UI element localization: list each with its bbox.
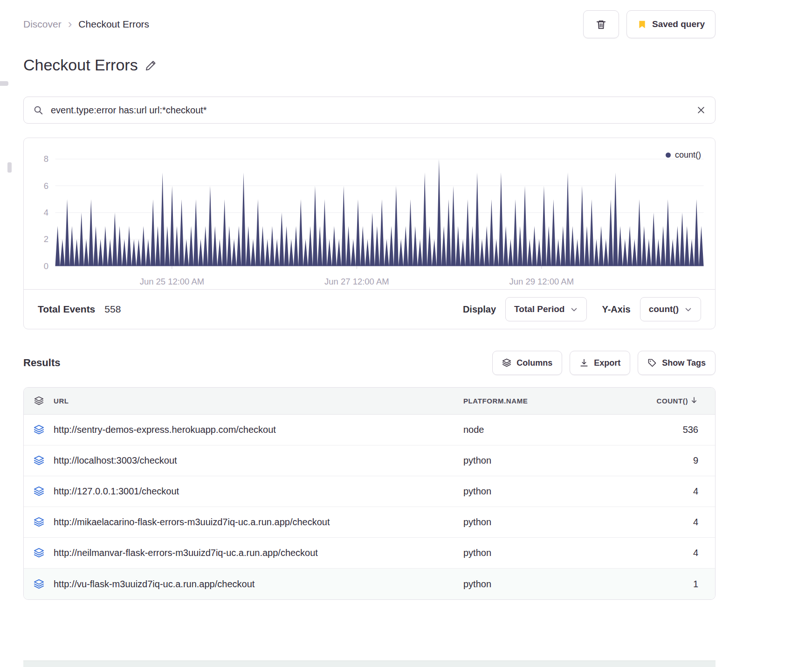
title-row: Checkout Errors (23, 56, 716, 74)
stack-icon[interactable] (24, 486, 54, 497)
stack-icon[interactable] (24, 579, 54, 590)
layers-icon[interactable] (24, 396, 54, 406)
url-cell[interactable]: http://mikaelacarino-flask-errors-m3uuiz… (54, 517, 463, 528)
column-header-count[interactable]: COUNT() (643, 396, 715, 406)
url-cell[interactable]: http://vu-flask-m3uuizd7iq-uc.a.run.app/… (54, 579, 463, 590)
search-input[interactable] (50, 104, 690, 116)
trash-icon (596, 19, 606, 30)
breadcrumb-current: Checkout Errors (78, 19, 149, 30)
yaxis-dropdown-value: count() (649, 304, 679, 314)
column-header-url[interactable]: URL (54, 397, 463, 405)
display-dropdown[interactable]: Total Period (505, 297, 587, 321)
chevron-down-icon (684, 306, 692, 313)
count-cell: 536 (643, 424, 715, 435)
url-cell[interactable]: http://neilmanvar-flask-errors-m3uuizd7i… (54, 548, 463, 558)
platform-cell: python (463, 579, 643, 590)
events-area-chart: 02468Jun 25 12:00 AMJun 27 12:00 AMJun 2… (28, 145, 711, 289)
chart-footer: Total Events 558 Display Total Period Y-… (24, 289, 715, 329)
table-row[interactable]: http://127.0.0.1:3001/checkoutpython4 (24, 476, 715, 507)
table-header-row: URL PLATFORM.NAME COUNT() (24, 388, 715, 415)
url-cell[interactable]: http://sentry-demos-express.herokuapp.co… (54, 424, 463, 435)
export-label: Export (594, 358, 620, 368)
top-toolbar: Discover › Checkout Errors Saved query (23, 0, 716, 38)
results-title: Results (23, 357, 60, 369)
saved-query-button[interactable]: Saved query (626, 10, 716, 38)
topbar-actions: Saved query (583, 10, 716, 38)
svg-text:Jun 25 12:00 AM: Jun 25 12:00 AM (140, 277, 204, 286)
yaxis-dropdown[interactable]: count() (640, 297, 701, 321)
display-label: Display (463, 304, 496, 315)
results-actions: Columns Export Show Tags (492, 351, 716, 375)
scrollbar-thumb[interactable] (7, 162, 12, 173)
layers-icon (502, 358, 511, 368)
platform-cell: python (463, 517, 643, 528)
table-row[interactable]: http://neilmanvar-flask-errors-m3uuizd7i… (24, 538, 715, 569)
breadcrumb-discover-link[interactable]: Discover (23, 19, 62, 30)
sidebar-collapse-handle[interactable] (0, 81, 8, 86)
platform-cell: python (463, 455, 643, 466)
page-title: Checkout Errors (23, 56, 138, 74)
svg-text:4: 4 (44, 208, 48, 217)
chevron-down-icon (570, 306, 578, 313)
total-events-label: Total Events (38, 304, 95, 315)
results-header: Results Columns Export Show Tags (23, 351, 716, 375)
stack-icon[interactable] (24, 517, 54, 528)
columns-button[interactable]: Columns (492, 351, 562, 375)
count-cell: 1 (643, 579, 715, 590)
download-icon (579, 358, 589, 368)
count-cell: 4 (643, 548, 715, 558)
bookmark-icon (637, 20, 647, 29)
stack-icon[interactable] (24, 455, 54, 466)
column-header-platform[interactable]: PLATFORM.NAME (463, 397, 643, 405)
columns-label: Columns (516, 358, 552, 368)
svg-text:Jun 29 12:00 AM: Jun 29 12:00 AM (509, 277, 574, 286)
tag-icon (647, 358, 657, 368)
legend-label: count() (675, 150, 701, 160)
show-tags-button[interactable]: Show Tags (638, 351, 716, 375)
url-cell[interactable]: http://127.0.0.1:3001/checkout (54, 486, 463, 497)
sort-desc-arrow-icon (690, 396, 698, 406)
search-bar[interactable] (23, 97, 716, 124)
platform-cell: python (463, 486, 643, 497)
svg-text:0: 0 (44, 261, 48, 271)
cutoff-footer-bar (23, 660, 716, 667)
yaxis-label: Y-Axis (602, 304, 630, 315)
export-button[interactable]: Export (570, 351, 630, 375)
results-table: URL PLATFORM.NAME COUNT() http://sentry-… (23, 387, 716, 600)
svg-text:Jun 27 12:00 AM: Jun 27 12:00 AM (324, 277, 389, 286)
stack-icon[interactable] (24, 424, 54, 435)
search-icon (33, 105, 43, 115)
table-row[interactable]: http://localhost:3003/checkoutpython9 (24, 445, 715, 476)
saved-query-label: Saved query (652, 19, 705, 29)
chart-legend[interactable]: count() (666, 150, 701, 160)
svg-text:2: 2 (44, 234, 48, 244)
show-tags-label: Show Tags (662, 358, 706, 368)
count-cell: 4 (643, 486, 715, 497)
svg-text:6: 6 (44, 181, 48, 190)
edit-title-icon[interactable] (145, 60, 157, 73)
chevron-right-icon: › (68, 18, 72, 30)
platform-cell: node (463, 424, 643, 435)
breadcrumb: Discover › Checkout Errors (23, 19, 149, 30)
table-body: http://sentry-demos-express.herokuapp.co… (24, 415, 715, 599)
clear-search-icon[interactable] (696, 105, 706, 115)
delete-query-button[interactable] (583, 10, 619, 38)
svg-text:8: 8 (44, 154, 48, 164)
platform-cell: python (463, 548, 643, 558)
chart-area: 02468Jun 25 12:00 AMJun 27 12:00 AMJun 2… (24, 138, 715, 289)
table-row[interactable]: http://mikaelacarino-flask-errors-m3uuiz… (24, 507, 715, 538)
stack-icon[interactable] (24, 548, 54, 558)
count-cell: 4 (643, 517, 715, 528)
url-cell[interactable]: http://localhost:3003/checkout (54, 455, 463, 466)
table-row[interactable]: http://sentry-demos-express.herokuapp.co… (24, 415, 715, 445)
legend-dot-icon (666, 153, 671, 158)
total-events-value: 558 (104, 304, 121, 315)
events-chart-panel: count() 02468Jun 25 12:00 AMJun 27 12:00… (23, 138, 716, 329)
count-header-label: COUNT() (656, 397, 688, 405)
count-cell: 9 (643, 455, 715, 466)
display-dropdown-value: Total Period (514, 304, 564, 314)
table-row[interactable]: http://vu-flask-m3uuizd7iq-uc.a.run.app/… (24, 569, 715, 599)
discover-page: Discover › Checkout Errors Saved query C… (23, 0, 716, 600)
